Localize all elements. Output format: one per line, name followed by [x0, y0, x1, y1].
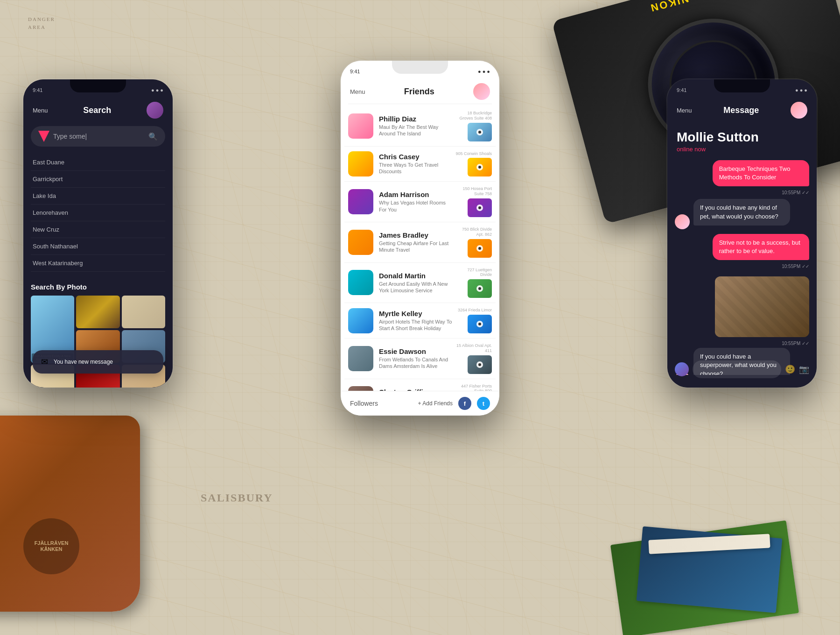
friend-name-6: Essie Dawson [379, 347, 449, 355]
friend-thumb-1 [468, 158, 492, 176]
phone3-signal: ● ● ● [795, 87, 807, 93]
friend-info-0: Phillip Diaz Maui By Air The Best Way Ar… [379, 115, 449, 137]
footer-actions: + Add Friends f t [418, 397, 490, 410]
friend-info-4: Donald Martin Get Around Easily With A N… [379, 272, 449, 294]
suggestion-1[interactable]: Garrickport [31, 171, 165, 188]
friend-item-3[interactable]: James Bradley Getting Cheap Airfare For … [344, 222, 496, 263]
friend-item-1[interactable]: Chris Casey Three Ways To Get Travel Dis… [344, 147, 496, 182]
message-input[interactable] [693, 360, 781, 378]
search-magnify-icon[interactable]: 🔍 [148, 132, 158, 141]
phone3-avatar[interactable] [791, 102, 807, 119]
friend-address-3: 750 Blick Divide Apt. 862 [455, 227, 492, 237]
friend-desc-4: Get Around Easily With A New York Limous… [379, 281, 449, 294]
message-actions: 🙂 📷 [785, 364, 809, 374]
chat-img-wrapper: 10:55PM ✓✓ [675, 273, 809, 346]
notification-bar[interactable]: ✉ You have new message [33, 350, 163, 374]
friend-item-2[interactable]: Adam Harrison Why Las Vegas Hotel Rooms … [344, 182, 496, 222]
phone1-menu[interactable]: Menu [33, 107, 48, 114]
phone1-avatar[interactable] [147, 102, 163, 119]
contact-name: Mollie Sutton [677, 130, 807, 145]
followers-label: Followers [350, 400, 378, 407]
friend-thumb-4 [468, 279, 492, 298]
notification-text: You have new message [54, 359, 113, 365]
suggestion-2[interactable]: Lake Ida [31, 188, 165, 205]
notification-icon: ✉ [41, 357, 48, 367]
friend-address-4: 727 Luettgen Divide [455, 268, 492, 278]
bubble-time-2: 10:55PM ✓✓ [675, 264, 809, 269]
phone3-menu[interactable]: Menu [677, 107, 692, 114]
phone2-divider [348, 104, 492, 104]
friend-thumb-3 [468, 239, 492, 258]
search-input[interactable]: Type some| [53, 133, 145, 140]
friend-thumb-6 [468, 355, 492, 374]
phone1-title: Search [83, 106, 111, 115]
friend-info-3: James Bradley Getting Cheap Airfare For … [379, 231, 449, 254]
friend-desc-2: Why Las Vegas Hotel Rooms For You [379, 199, 449, 213]
friend-avatar-4 [348, 270, 373, 295]
search-suggestions-list: East Duane Garrickport Lake Ida Lenoreha… [23, 150, 173, 275]
friend-thumb-5 [468, 315, 492, 333]
friend-address-0: 18 Buckridge Groves Suite 408 [455, 111, 492, 121]
emoji-button[interactable]: 🙂 [785, 364, 795, 374]
friend-avatar-3 [348, 230, 373, 255]
friend-name-0: Phillip Diaz [379, 115, 449, 123]
phone2-header: Menu Friends [341, 79, 499, 104]
friend-info-5: Myrtle Kelley Airport Hotels The Right W… [379, 310, 452, 332]
friend-address-2: 150 Hosea Port Suite 758 [455, 186, 492, 197]
twitter-icon[interactable]: t [477, 397, 490, 410]
books-decoration [560, 495, 793, 635]
backpack-decoration: FJÄLLRÄVENKÅNKEN [0, 416, 140, 612]
photo-1[interactable] [76, 296, 119, 328]
phone2-time: 9:41 [350, 69, 360, 74]
chat-image-time: 10:55PM ✓✓ [715, 341, 809, 346]
friend-address-1: 905 Conwin Shoals [455, 151, 492, 156]
friend-avatar-5 [348, 308, 373, 333]
friend-address-5: 3264 Frieda Limor [458, 308, 492, 313]
backpack-logo: FJÄLLRÄVENKÅNKEN [23, 518, 79, 574]
facebook-icon[interactable]: f [458, 397, 471, 410]
chat-area: Barbeque Techniques Two Methods To Consi… [667, 160, 817, 375]
phones-container: 9:41 ● ● ● Menu Search Type some| 🔍 East… [23, 61, 817, 416]
friends-footer: Followers + Add Friends f t [341, 391, 499, 416]
nikon-label: NIKON [648, 0, 690, 14]
phone-search: 9:41 ● ● ● Menu Search Type some| 🔍 East… [23, 79, 173, 388]
suggestion-6[interactable]: West Katarinaberg [31, 255, 165, 272]
phone1-search-bar[interactable]: Type some| 🔍 [31, 126, 165, 147]
phone2-avatar[interactable] [473, 83, 490, 100]
add-friends-button[interactable]: + Add Friends [418, 400, 453, 407]
friend-name-2: Adam Harrison [379, 190, 449, 198]
phone2-notch [392, 61, 448, 74]
friend-avatar-2 [348, 189, 373, 214]
friend-address-6: 15 Albion Oval Apt. 411 [455, 343, 492, 353]
friend-info-6: Essie Dawson From Wetlands To Canals And… [379, 347, 449, 370]
phone-friends: 9:41 ● ● ● Menu Friends Phillip Diaz Mau… [341, 61, 499, 416]
friend-item-0[interactable]: Phillip Diaz Maui By Air The Best Way Ar… [344, 106, 496, 147]
friend-desc-5: Airport Hotels The Right Way To Start A … [379, 318, 452, 332]
friend-desc-0: Maui By Air The Best Way Around The Isla… [379, 124, 449, 137]
phone1-signal: ● ● ● [151, 87, 163, 93]
chat-image [715, 276, 809, 337]
friend-name-1: Chris Casey [379, 153, 450, 161]
phone3-header: Menu Message [667, 98, 817, 122]
suggestion-0[interactable]: East Duane [31, 154, 165, 171]
suggestion-3[interactable]: Lenorehaven [31, 205, 165, 221]
message-input-area: 🙂 📷 [675, 360, 809, 378]
photo-2[interactable] [122, 296, 165, 328]
friend-item-4[interactable]: Donald Martin Get Around Easily With A N… [344, 263, 496, 303]
msg-sender-avatar [675, 362, 689, 376]
friend-name-4: Donald Martin [379, 272, 449, 280]
suggestion-5[interactable]: South Nathanael [31, 238, 165, 255]
suggestion-4[interactable]: New Cruz [31, 221, 165, 238]
friend-item-5[interactable]: Myrtle Kelley Airport Hotels The Right W… [344, 303, 496, 339]
bubble-sent-2: Strive not to be a success, but rather t… [713, 234, 809, 260]
contact-status: online now [677, 146, 807, 153]
friend-item-6[interactable]: Essie Dawson From Wetlands To Canals And… [344, 339, 496, 379]
friends-list: Phillip Diaz Maui By Air The Best Way Ar… [341, 106, 499, 395]
photo-grid: Get Around Easily A New York Limousine S… [31, 296, 165, 388]
friend-desc-1: Three Ways To Get Travel Discounts [379, 162, 450, 175]
friend-desc-6: From Wetlands To Canals And Dams Amsterd… [379, 356, 449, 370]
phone-message: 9:41 ● ● ● Menu Message Mollie Sutton on… [667, 79, 817, 388]
phone1-header: Menu Search [23, 98, 173, 122]
phone2-menu[interactable]: Menu [350, 88, 365, 95]
camera-button[interactable]: 📷 [799, 364, 809, 374]
